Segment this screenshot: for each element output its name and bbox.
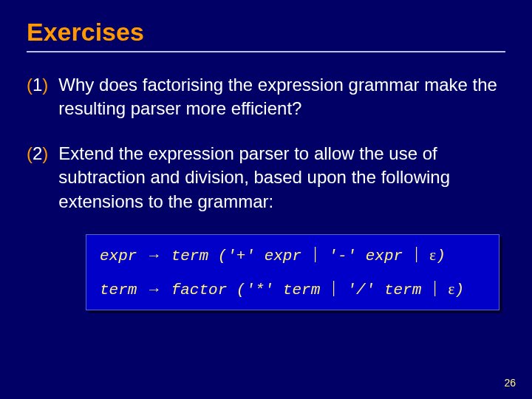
epsilon-icon: ε	[429, 246, 436, 264]
item-number: (1)	[27, 73, 48, 121]
exercise-item: (1) Why does factorising the expression …	[27, 73, 505, 121]
grammar-row: term → factor ('*' term ⏐ '/' term ⏐ ε)	[100, 279, 485, 300]
grammar-rhs-part: term ('+' expr	[171, 248, 301, 265]
paren-close: )	[42, 143, 48, 163]
item-text: Extend the expression parser to allow th…	[58, 142, 505, 214]
exercise-item: (2) Extend the expression parser to allo…	[27, 142, 505, 214]
grammar-close-paren: )	[436, 248, 446, 265]
arrow-icon: →	[146, 280, 162, 298]
arrow-icon: →	[146, 246, 162, 264]
grammar-panel: expr → term ('+' expr ⏐ '-' expr ⏐ ε) te…	[86, 234, 499, 310]
bar-icon: ⏐	[311, 246, 319, 264]
grammar-lhs: term	[100, 282, 137, 299]
item-text: Why does factorising the expression gram…	[58, 73, 505, 121]
paren-open: (	[27, 75, 33, 95]
item-digit: 1	[33, 75, 42, 95]
page-number: 26	[504, 377, 516, 389]
grammar-row: expr → term ('+' expr ⏐ '-' expr ⏐ ε)	[100, 245, 485, 266]
paren-close: )	[42, 75, 48, 95]
slide-title: Exercises	[27, 18, 505, 47]
bar-icon: ⏐	[431, 280, 439, 298]
item-number: (2)	[27, 142, 48, 214]
grammar-rhs-part: factor ('*' term	[171, 282, 321, 299]
grammar-rhs-part: '-' expr	[328, 248, 403, 265]
bar-icon: ⏐	[412, 246, 420, 264]
bar-icon: ⏐	[330, 280, 338, 298]
grammar-close-paren: )	[454, 282, 464, 299]
slide: Exercises (1) Why does factorising the e…	[0, 0, 532, 399]
item-digit: 2	[33, 143, 42, 163]
grammar-lhs: expr	[100, 248, 137, 265]
grammar-rhs-part: '/' term	[347, 282, 422, 299]
paren-open: (	[27, 143, 33, 163]
title-underline	[27, 51, 505, 52]
